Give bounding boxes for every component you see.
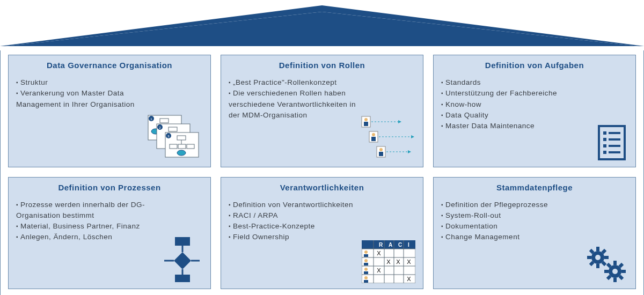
card-title: Stammdatenpflege [441,183,628,192]
svg-rect-17 [170,144,177,149]
card-definition-von-prozessen: Definition von Prozessen Prozesse werden… [8,177,211,290]
card-title: Definition von Prozessen [16,183,203,192]
svg-marker-30 [411,135,414,138]
svg-rect-94 [604,270,609,273]
checklist-icon [596,124,628,161]
svg-point-27 [372,133,375,136]
card-definition-von-rollen: Definition von Rollen „Best Practice"-Ro… [221,55,423,167]
list-item: Prozesse werden innerhalb der DG-Organis… [16,200,149,222]
card-title: Verantwortlichkeiten [229,183,415,192]
svg-rect-40 [609,138,620,141]
svg-rect-18 [178,144,186,149]
svg-text:X: X [377,267,381,274]
svg-rect-92 [613,278,617,282]
list-item: Data Quality [441,110,574,121]
list-item: Master Data Maintenance [441,121,574,131]
svg-rect-39 [603,138,606,141]
card-stammdatenpflege: Stammdatenpflege Definition der Pflegepr… [433,177,636,290]
svg-rect-23 [364,122,368,126]
list-item: Change Management [441,232,574,242]
svg-rect-93 [621,270,626,273]
card-title: Definition von Aufgaben [441,61,628,70]
card-verantwortlichkeiten: Verantwortlichkeiten Definition von Vera… [221,177,423,290]
svg-rect-43 [603,151,606,154]
svg-text:C: C [398,242,402,248]
svg-rect-41 [603,144,606,148]
card-title: Definition von Rollen [229,61,415,70]
svg-marker-25 [398,120,401,123]
svg-text:X: X [407,276,411,282]
card-data-governance-organisation: Data Governance Organisation Struktur Ve… [8,55,211,167]
flowchart-icon [160,235,203,283]
svg-rect-38 [609,132,620,134]
list-item: Know-how [441,99,574,110]
people-roles-icon [356,113,415,161]
list-item: Anlegen, Ändern, Löschen [16,232,149,242]
svg-point-32 [379,148,383,151]
svg-rect-42 [609,145,620,147]
svg-point-69 [364,268,368,271]
svg-rect-66 [364,254,368,257]
svg-point-71 [364,276,368,279]
svg-text:X: X [396,259,400,265]
list-item: System-Roll-out [441,210,574,221]
svg-rect-91 [613,261,617,265]
list-item: „Best Practice"-Rollenkonzept [229,77,362,88]
svg-rect-37 [603,131,606,135]
list-item: Unterstützung der Fachbereiche [441,88,574,99]
svg-rect-44 [609,151,620,153]
svg-point-22 [364,118,368,121]
list-item: Definition von Verantwortlichkeiten [229,200,362,210]
org-charts-icon: 1 2 3 [144,113,203,161]
card-list: Struktur Verankerung von Master Data Man… [16,77,203,110]
svg-rect-15 [177,136,186,140]
roof-shape [0,0,644,48]
svg-rect-81 [596,247,599,251]
svg-text:X: X [386,259,391,265]
svg-point-65 [364,250,368,254]
list-item: Field Ownership [229,232,362,242]
svg-marker-47 [174,252,191,269]
list-item: Standards [441,77,574,88]
list-item: Definition der Pflegeprozesse [441,200,574,210]
card-list: Definition der Pflegeprozesse System-Rol… [441,200,628,243]
svg-rect-49 [175,275,190,282]
svg-rect-33 [379,152,383,156]
svg-point-67 [364,259,368,262]
list-item: Die verschiedenen Rollen haben verschied… [229,88,362,121]
raci-matrix-icon: R A C I X X X X X X [362,240,415,283]
svg-text:R: R [379,242,383,248]
svg-rect-36 [599,126,625,159]
svg-rect-28 [371,137,376,141]
list-item: RACI / ARPA [229,210,362,221]
svg-rect-83 [604,256,609,259]
svg-text:X: X [377,250,381,256]
svg-text:X: X [407,259,411,265]
svg-text:A: A [389,242,392,248]
svg-point-90 [612,269,618,274]
svg-rect-68 [364,263,368,266]
list-item: Best-Practice-Konzepte [229,221,362,232]
svg-rect-10 [169,127,177,131]
card-title: Data Governance Organisation [16,61,203,70]
svg-rect-45 [175,237,190,246]
svg-rect-72 [364,280,368,283]
card-definition-von-aufgaben: Definition von Aufgaben Standards Unters… [433,55,636,167]
pillars-grid: Data Governance Organisation Struktur Ve… [0,50,644,295]
svg-point-80 [595,255,601,260]
list-item: Dokumentation [441,221,574,232]
svg-marker-35 [408,150,411,153]
svg-rect-19 [187,144,194,149]
svg-point-20 [177,150,186,156]
gears-icon [585,246,628,283]
svg-rect-5 [160,119,169,123]
svg-text:I: I [408,242,409,248]
svg-rect-70 [364,271,368,274]
list-item: Struktur [16,77,149,88]
svg-rect-82 [596,264,599,268]
list-item: Verankerung von Master Data Management i… [16,88,149,110]
svg-rect-84 [587,256,591,259]
list-item: Material, Business Partner, Finanz [16,221,149,232]
svg-marker-1 [5,12,639,46]
card-list: Definition von Verantwortlichkeiten RACI… [229,200,415,243]
